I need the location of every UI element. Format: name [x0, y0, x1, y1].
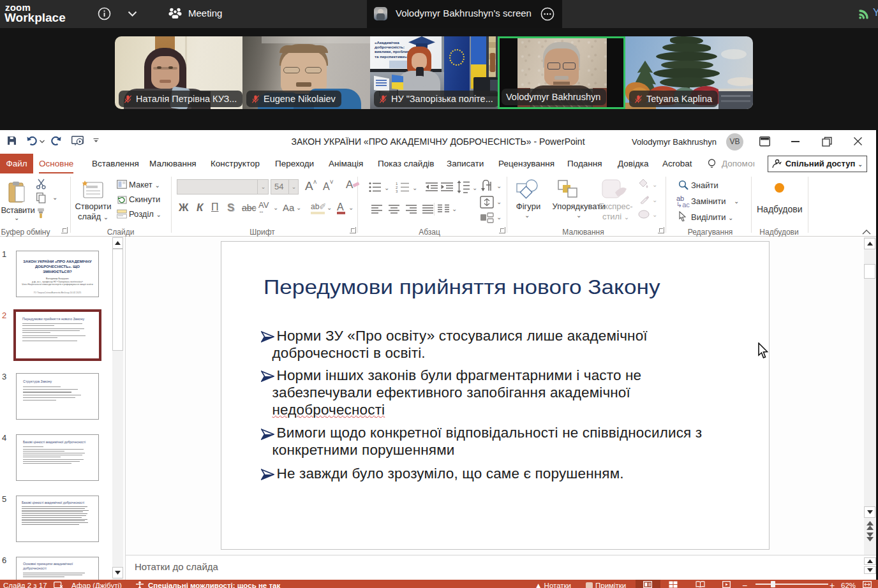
svg-text:3: 3 [396, 189, 398, 193]
